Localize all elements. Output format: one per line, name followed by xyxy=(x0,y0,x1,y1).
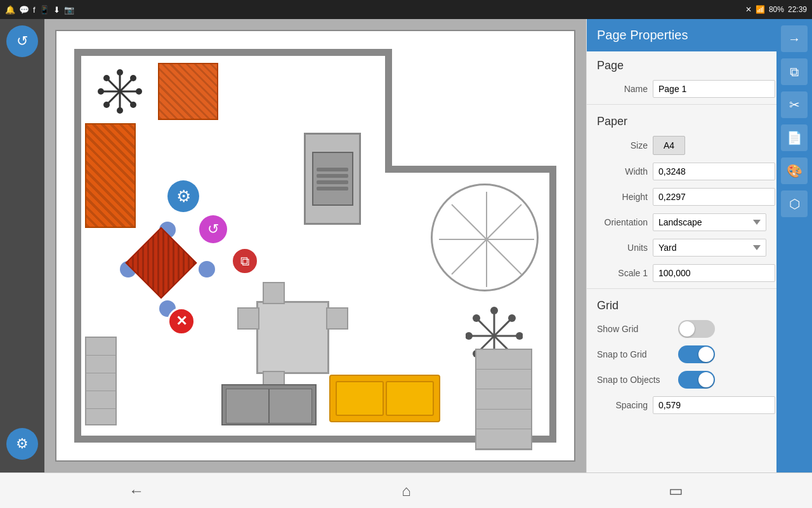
color-button[interactable]: 🎨 xyxy=(781,157,808,184)
round-table xyxy=(431,184,539,291)
name-row: Name xyxy=(587,76,776,102)
width-input[interactable] xyxy=(653,163,775,180)
export-button[interactable]: → xyxy=(781,25,808,52)
svg-point-8 xyxy=(103,75,110,81)
height-row: Height yd xyxy=(587,184,776,210)
blue-dot-right xyxy=(199,261,215,277)
color-icon: 🎨 xyxy=(787,163,802,178)
scale-input[interactable] xyxy=(653,264,775,282)
svg-point-24 xyxy=(516,332,523,340)
cabinet-door-right xyxy=(269,389,312,424)
svg-point-7 xyxy=(136,88,142,95)
show-grid-row: Show Grid xyxy=(587,316,776,342)
icon-bar: → ⧉ ✂ 📄 🎨 ⬡ xyxy=(776,19,812,472)
copy-pages-icon: ⧉ xyxy=(790,65,799,79)
name-input[interactable] xyxy=(653,80,775,98)
svg-point-6 xyxy=(98,88,104,95)
tv-screen xyxy=(312,152,353,206)
height-input[interactable] xyxy=(653,188,775,206)
download-icon: ⬇ xyxy=(53,5,60,15)
spacing-row: Spacing yd xyxy=(587,392,776,418)
svg-point-21 xyxy=(490,307,498,314)
time-display: 22:39 xyxy=(788,5,807,14)
orange-couch xyxy=(85,123,136,228)
back-button[interactable]: ← xyxy=(129,482,144,500)
snap-grid-label: I xyxy=(681,347,683,356)
export-icon: → xyxy=(788,32,801,46)
svg-point-23 xyxy=(466,332,473,340)
yellow-sofa xyxy=(329,375,440,422)
settings-button[interactable]: ⚙ xyxy=(6,428,38,460)
svg-point-4 xyxy=(117,69,123,76)
show-grid-toggle-container xyxy=(678,320,715,338)
status-icons-left: 🔔 💬 f 📱 ⬇ 📷 xyxy=(5,5,74,15)
canvas-area[interactable]: ⚙ ↺ ⧉ ✕ xyxy=(44,19,586,472)
show-grid-toggle[interactable] xyxy=(678,320,715,338)
section-page: Page xyxy=(587,51,776,76)
svg-point-25 xyxy=(473,314,480,322)
size-button[interactable]: A4 xyxy=(653,136,685,155)
orientation-select[interactable]: Landscape Portrait xyxy=(653,213,766,231)
svg-point-9 xyxy=(130,75,136,81)
label-size: Size xyxy=(597,140,648,150)
delete-icon-furniture[interactable]: ✕ xyxy=(167,307,195,335)
dresser xyxy=(85,337,117,425)
spacing-input[interactable] xyxy=(653,396,775,414)
section-paper: Paper xyxy=(587,107,776,132)
bookshelf xyxy=(475,349,532,450)
tools-icon: ✂ xyxy=(789,97,800,112)
undo-icon: ↺ xyxy=(16,33,28,50)
label-scale: Scale 1 xyxy=(597,268,648,278)
label-snap-to-grid: Snap to Grid xyxy=(597,349,673,359)
star-decoration xyxy=(95,66,145,117)
status-bar: 🔔 💬 f 📱 ⬇ 📷 ✕ 📶 80% 22:39 xyxy=(0,0,812,19)
tools-button[interactable]: ✂ xyxy=(781,91,808,118)
dining-chair-top xyxy=(263,282,285,304)
recent-button[interactable]: ▭ xyxy=(669,482,683,500)
round-table-svg xyxy=(433,185,540,293)
panel-title: Page Properties xyxy=(597,28,688,42)
svg-point-5 xyxy=(117,107,123,114)
svg-point-10 xyxy=(103,102,110,108)
page-icon: 📄 xyxy=(787,130,802,145)
notification-icon: 🔔 xyxy=(5,5,15,15)
snap-objects-thumb xyxy=(698,372,714,387)
label-spacing: Spacing xyxy=(597,400,648,410)
units-row: Units Yard Meter Foot xyxy=(587,235,776,260)
snap-objects-toggle-container: I xyxy=(678,371,715,389)
cabinet-door-left xyxy=(226,389,269,424)
snap-objects-toggle[interactable]: I xyxy=(678,371,715,389)
snap-grid-toggle[interactable]: I xyxy=(678,345,715,363)
label-snap-to-objects: Snap to Objects xyxy=(597,375,673,385)
sofa-cushion-left xyxy=(336,381,384,416)
snap-objects-label: I xyxy=(681,372,683,382)
label-width: Width xyxy=(597,166,648,177)
snap-grid-row: Snap to Grid I xyxy=(587,342,776,367)
orientation-row: Orientation Landscape Portrait xyxy=(587,210,776,235)
label-orientation: Orientation xyxy=(597,217,648,227)
left-toolbar: ↺ ⚙ xyxy=(0,19,44,472)
width-row: Width yd xyxy=(587,159,776,184)
facebook-icon: f xyxy=(33,5,36,15)
wifi-icon: 📶 xyxy=(756,5,765,14)
snap-objects-row: Snap to Objects I xyxy=(587,367,776,392)
connect-button[interactable]: ⬡ xyxy=(781,190,808,217)
settings-icon: ⚙ xyxy=(16,436,29,452)
dining-chair-right xyxy=(326,307,348,330)
section-grid: Grid xyxy=(587,291,776,316)
copy-pages-button[interactable]: ⧉ xyxy=(781,58,808,85)
floor-plan[interactable]: ⚙ ↺ ⧉ ✕ xyxy=(55,30,575,462)
gear-icon-furniture[interactable]: ⚙ xyxy=(167,180,199,212)
copy-icon-furniture[interactable]: ⧉ xyxy=(231,247,259,275)
page-button[interactable]: 📄 xyxy=(781,124,808,151)
units-select[interactable]: Yard Meter Foot xyxy=(653,239,766,257)
star-svg xyxy=(98,69,142,114)
panel-header: Page Properties xyxy=(587,19,776,51)
svg-point-11 xyxy=(130,102,136,108)
camera-icon: 📷 xyxy=(64,5,74,15)
svg-point-26 xyxy=(508,314,516,322)
chat-icon: 💬 xyxy=(19,5,29,15)
home-button[interactable]: ⌂ xyxy=(402,482,411,500)
properties-panel: Page Properties Page Name Paper Size A4 … xyxy=(586,19,776,472)
undo-button[interactable]: ↺ xyxy=(6,25,38,57)
